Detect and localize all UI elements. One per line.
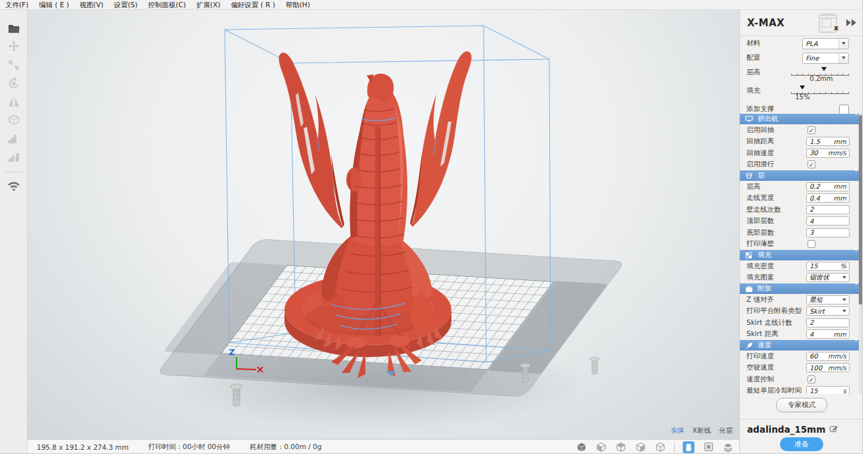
section-extruder[interactable]: 挤出机 [740, 114, 863, 124]
skirt-distance-input[interactable]: 4mm [806, 329, 850, 339]
line-width-input[interactable]: 0.4mm [806, 193, 850, 203]
view-3d-icon[interactable] [576, 441, 587, 453]
solid-view-icon[interactable] [683, 441, 695, 453]
speed-control-checkbox[interactable]: ✓ [808, 375, 815, 383]
menu-item-extensions[interactable]: 扩展(X) [191, 0, 225, 10]
section-title: 速度 [758, 341, 771, 350]
icon-divider [674, 442, 675, 452]
print-speed-input[interactable]: 60mm/s [806, 352, 850, 361]
layer-height-input[interactable]: 0.2mm [806, 182, 850, 191]
infill-icon [745, 252, 754, 259]
support-steps-icon[interactable] [6, 131, 22, 147]
unit: mm/s [828, 364, 846, 372]
setting-label: 填充图案 [746, 273, 774, 282]
retract-speed-input[interactable]: 30mm/s [806, 149, 850, 158]
print-time: 打印时间 : 00小时 00分钟 [148, 443, 230, 452]
setting-label: 回抽距离 [746, 137, 774, 146]
prepare-button[interactable]: 准备 [780, 437, 823, 451]
z-seam-select[interactable]: 最短 [806, 295, 850, 304]
model-dragon[interactable] [279, 51, 471, 378]
adhesion-type-select[interactable]: Skirt [806, 306, 850, 316]
bed-screw [520, 364, 531, 383]
profile-label: 配置 [746, 53, 760, 62]
section-addons[interactable]: 附加 [740, 283, 863, 294]
profile-select[interactable]: Fine [802, 53, 849, 64]
travel-speed-input[interactable]: 100mm/s [806, 363, 850, 372]
chevron-down-icon[interactable] [854, 115, 858, 123]
top-layers-input[interactable]: 4 [806, 216, 850, 226]
value: 100 [810, 364, 822, 372]
settings-scroll-area[interactable]: 挤出机 启用回抽✓ 回抽距离1.5mm 回抽速度30mm/s 启用滑行✓ 层 层… [740, 114, 863, 394]
view-front-icon[interactable] [595, 441, 607, 453]
slider-marker[interactable] [821, 67, 827, 71]
infill-pattern-select[interactable]: 锯齿状 [806, 273, 850, 282]
chevron-down-icon[interactable] [854, 285, 858, 293]
support-checkbox[interactable] [839, 105, 849, 114]
layers-view-icon[interactable] [722, 441, 734, 453]
skirt-line-count-input[interactable]: 2 [806, 318, 850, 327]
setting-label: 速度控制 [746, 375, 774, 384]
mirror-icon[interactable] [6, 94, 22, 110]
speed-icon [745, 342, 754, 349]
section-layer[interactable]: 层 [740, 170, 863, 181]
move-icon[interactable] [6, 39, 22, 55]
menu-item-preferences[interactable]: 偏好设置 ( R ) [225, 0, 281, 10]
setting-label: 层高 [746, 182, 760, 191]
panel-scrollbar[interactable] [859, 114, 863, 394]
expert-mode-button[interactable]: 专家模式 [776, 398, 827, 412]
infill-density-input[interactable]: 15% [806, 262, 850, 271]
material-select[interactable]: PLA [802, 38, 849, 49]
material-dropdown-icon[interactable] [838, 39, 848, 49]
retract-checkbox[interactable]: ✓ [808, 126, 815, 134]
scrollbar-thumb[interactable] [859, 115, 863, 304]
menu-item-view[interactable]: 视图(V) [74, 0, 108, 10]
view-right-icon[interactable] [654, 441, 666, 453]
min-layer-time-input[interactable]: 15s [806, 386, 850, 394]
menu-item-settings[interactable]: 设置(S) [108, 0, 143, 10]
wifi-print-icon[interactable] [6, 178, 22, 193]
chevron-down-icon[interactable] [854, 341, 858, 349]
wall-count-input[interactable]: 2 [806, 205, 850, 214]
thin-walls-checkbox[interactable] [808, 240, 815, 248]
rotate-icon[interactable] [6, 76, 22, 91]
menu-item-help[interactable]: 帮助(H) [281, 0, 315, 10]
view-left-icon[interactable] [635, 441, 647, 453]
left-toolbar [0, 10, 28, 454]
section-speed[interactable]: 速度 [740, 340, 863, 350]
infill-slider[interactable]: 15% [791, 86, 849, 101]
setting-label: 回抽速度 [746, 149, 774, 158]
view-mode-xray[interactable]: X射线 [693, 426, 711, 435]
open-file-icon[interactable] [6, 20, 22, 36]
coasting-checkbox[interactable]: ✓ [808, 160, 815, 168]
retract-distance-input[interactable]: 1.5mm [806, 137, 850, 146]
scale-icon[interactable] [6, 57, 22, 73]
rename-icon[interactable] [829, 424, 838, 435]
unit: mm/s [828, 352, 846, 360]
slider-marker[interactable] [800, 85, 805, 89]
value: 4 [810, 331, 813, 338]
value: Skirt [810, 308, 825, 315]
bottom-layers-input[interactable]: 3 [806, 228, 850, 237]
chevron-down-icon[interactable] [854, 251, 858, 259]
profile-dropdown-icon[interactable] [838, 53, 848, 63]
value: 30 [810, 149, 818, 157]
menu-item-control-panel[interactable]: 控制面板(C) [143, 0, 191, 10]
view-top-icon[interactable] [615, 441, 627, 453]
view-mode-layers[interactable]: 分层 [719, 426, 733, 435]
section-infill[interactable]: 填充 [740, 250, 863, 260]
view-mode-solid[interactable]: 实体 [671, 426, 685, 435]
setting-label: 打印速度 [746, 352, 774, 361]
menu-item-edit[interactable]: 编辑 ( E ) [34, 0, 74, 10]
per-model-settings-icon[interactable] [6, 112, 22, 128]
value: 15 [810, 262, 818, 270]
setting-label: 启用回抽 [746, 126, 774, 135]
value: 15 [810, 387, 818, 394]
chevron-down-icon[interactable] [854, 172, 858, 180]
layer-steps-icon[interactable] [6, 149, 22, 165]
xray-view-icon[interactable] [702, 441, 714, 453]
collapse-panel-icon[interactable] [846, 18, 857, 28]
dropdown-icon [842, 276, 846, 279]
menu-item-file[interactable]: 文件(F) [0, 0, 34, 10]
layer-height-slider[interactable]: 0.2mm [791, 68, 849, 82]
viewport-3d[interactable]: Z 实体 X射线 分层 [28, 10, 739, 439]
